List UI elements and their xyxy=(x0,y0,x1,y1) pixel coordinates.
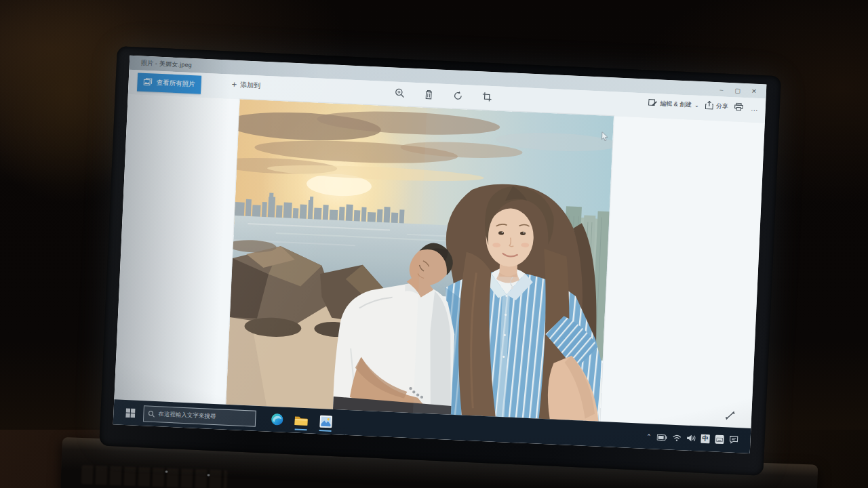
taskbar-photos-button[interactable] xyxy=(317,411,335,432)
toolbar-right-tools: 編輯 & 創建 ⌄ 分享 … xyxy=(648,98,759,113)
battery-icon[interactable] xyxy=(656,430,667,443)
windows-logo-icon xyxy=(125,408,136,418)
displayed-photo[interactable] xyxy=(226,99,614,422)
laptop-bezel: 照片 - 美媚女.jpeg – ▢ ✕ 查看所有照片 + 添加到 xyxy=(99,46,781,476)
share-button[interactable]: 分享 xyxy=(705,100,729,112)
edit-create-label: 編輯 & 創建 xyxy=(660,99,692,109)
delete-icon[interactable] xyxy=(423,89,435,100)
view-all-photos-button[interactable]: 查看所有照片 xyxy=(137,73,201,94)
scene: 照片 - 美媚女.jpeg – ▢ ✕ 查看所有照片 + 添加到 xyxy=(0,0,868,488)
taskbar-search-input[interactable]: 在這裡輸入文字來搜尋 xyxy=(143,405,256,427)
zoom-icon[interactable] xyxy=(394,87,406,99)
network-icon[interactable] xyxy=(672,431,682,444)
volume-icon[interactable] xyxy=(686,432,696,445)
see-more-button[interactable]: … xyxy=(751,104,760,113)
photos-collection-icon xyxy=(143,78,153,87)
window-title: 照片 - 美媚女.jpeg xyxy=(141,59,193,70)
close-button[interactable]: ✕ xyxy=(746,83,763,98)
power-led xyxy=(165,470,168,473)
add-to-label: 添加到 xyxy=(240,80,261,90)
touch-keyboard-icon[interactable] xyxy=(715,435,724,445)
search-placeholder: 在這裡輸入文字來搜尋 xyxy=(158,410,216,421)
ime-indicator[interactable]: 中 xyxy=(701,434,710,444)
laptop-screen: 照片 - 美媚女.jpeg – ▢ ✕ 查看所有照片 + 添加到 xyxy=(113,56,767,453)
toolbar-center-icons xyxy=(394,87,493,103)
action-center-icon[interactable] xyxy=(729,434,738,447)
print-button[interactable] xyxy=(734,102,744,113)
add-to-button[interactable]: + 添加到 xyxy=(231,80,260,91)
file-explorer-icon xyxy=(294,415,309,426)
microsoft-edge-icon xyxy=(270,413,283,426)
taskbar-file-explorer-button[interactable] xyxy=(292,410,311,431)
resize-diagonal-cursor xyxy=(725,410,736,424)
view-all-photos-label: 查看所有照片 xyxy=(156,79,195,89)
hidden-icons-chevron[interactable]: ⌃ xyxy=(646,432,652,439)
system-tray: ⌃ 中 xyxy=(646,424,738,453)
edit-create-button[interactable]: 編輯 & 創建 ⌄ xyxy=(648,98,699,110)
plus-icon: + xyxy=(231,81,237,88)
mouse-cursor xyxy=(601,132,608,144)
rotate-icon[interactable] xyxy=(452,90,464,102)
edit-create-icon xyxy=(648,98,658,109)
taskbar-apps xyxy=(268,409,335,432)
photo-view-area xyxy=(114,94,764,428)
minimize-button[interactable]: – xyxy=(713,82,730,97)
share-label: 分享 xyxy=(716,102,729,111)
start-button[interactable] xyxy=(121,403,140,422)
share-icon xyxy=(705,100,714,111)
chevron-down-icon: ⌄ xyxy=(694,102,699,108)
search-icon xyxy=(148,407,155,420)
maximize-button[interactable]: ▢ xyxy=(730,83,747,98)
photos-app-icon xyxy=(319,415,332,428)
couple-sunset-selfie-photo xyxy=(226,99,614,422)
crop-icon[interactable] xyxy=(481,91,493,102)
indicator-led xyxy=(207,474,210,476)
taskbar-edge-button[interactable] xyxy=(268,409,286,430)
